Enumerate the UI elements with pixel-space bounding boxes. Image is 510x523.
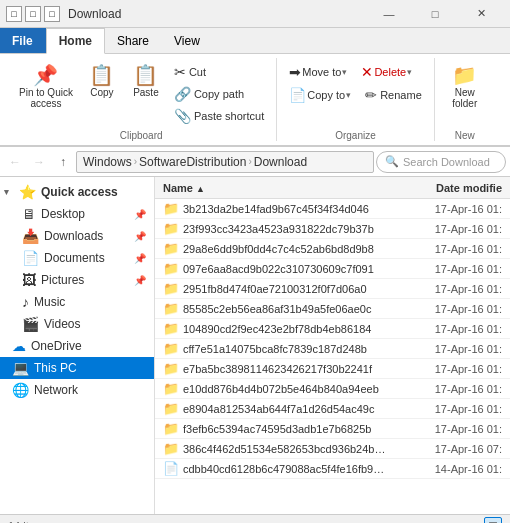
new-folder-label: Newfolder bbox=[452, 87, 477, 109]
file-folder-icon: 📁 bbox=[163, 441, 179, 456]
sidebar-item-network[interactable]: 🌐 Network bbox=[0, 379, 154, 401]
cut-button[interactable]: ✂ Cut bbox=[170, 62, 268, 82]
tab-view[interactable]: View bbox=[162, 28, 213, 53]
cut-label: Cut bbox=[189, 66, 206, 78]
delete-button[interactable]: ✕ Delete ▾ bbox=[357, 62, 416, 82]
file-name: 3b213da2be14fad9b67c45f34f34d046 bbox=[183, 203, 388, 215]
clipboard-group: 📌 Pin to Quickaccess 📋 Copy 📋 Paste ✂ Cu… bbox=[6, 58, 277, 141]
column-name[interactable]: Name ▲ bbox=[163, 182, 392, 194]
copy-label: Copy bbox=[90, 87, 113, 98]
file-folder-icon: 📁 bbox=[163, 341, 179, 356]
pictures-icon: 🖼 bbox=[22, 272, 36, 288]
copy-icon: 📋 bbox=[89, 65, 114, 85]
videos-label: Videos bbox=[44, 317, 80, 331]
organize-buttons: ➡ Move to ▾ ✕ Delete ▾ 📄 Copy to ▾ ✏ bbox=[285, 58, 426, 126]
file-row[interactable]: 📁23f993cc3423a4523a931822dc79b37b17-Apr-… bbox=[155, 219, 510, 239]
paste-label: Paste bbox=[133, 87, 159, 98]
sidebar-section-quick-access[interactable]: ▾ ⭐ Quick access bbox=[0, 181, 154, 203]
title-bar: □ □ □ Download — □ ✕ bbox=[0, 0, 510, 28]
status-bar: 14 items ≡ ⊞ bbox=[0, 514, 510, 523]
path-part-1[interactable]: Windows bbox=[83, 155, 132, 169]
downloads-icon: 📥 bbox=[22, 228, 39, 244]
file-folder-icon: 📁 bbox=[163, 401, 179, 416]
new-folder-button[interactable]: 📁 Newfolder bbox=[445, 62, 485, 112]
file-name: 85585c2eb56ea86af31b49a5fe06ae0c bbox=[183, 303, 388, 315]
window-icon-2[interactable]: □ bbox=[25, 6, 41, 22]
file-row[interactable]: 📁3b213da2be14fad9b67c45f34f34d04617-Apr-… bbox=[155, 199, 510, 219]
sidebar-item-onedrive[interactable]: ☁ OneDrive bbox=[0, 335, 154, 357]
column-date[interactable]: Date modifie bbox=[392, 182, 502, 194]
pin-to-quick-access-button[interactable]: 📌 Pin to Quickaccess bbox=[14, 62, 78, 112]
sidebar-item-desktop[interactable]: 🖥 Desktop 📌 bbox=[0, 203, 154, 225]
file-row[interactable]: 📁cff7e51a14075bca8fc7839c187d248b17-Apr-… bbox=[155, 339, 510, 359]
minimize-button[interactable]: — bbox=[366, 0, 412, 28]
file-date: 17-Apr-16 01: bbox=[392, 383, 502, 395]
file-row[interactable]: 📁85585c2eb56ea86af31b49a5fe06ae0c17-Apr-… bbox=[155, 299, 510, 319]
grid-view-button[interactable]: ⊞ bbox=[484, 517, 502, 524]
onedrive-label: OneDrive bbox=[31, 339, 82, 353]
file-folder-icon: 📁 bbox=[163, 241, 179, 256]
file-row[interactable]: 📁f3efb6c5394ac74595d3adb1e7b6825b17-Apr-… bbox=[155, 419, 510, 439]
clipboard-buttons: 📌 Pin to Quickaccess 📋 Copy 📋 Paste ✂ Cu… bbox=[14, 58, 268, 126]
tab-home[interactable]: Home bbox=[46, 28, 105, 54]
path-part-2[interactable]: SoftwareDistribution bbox=[139, 155, 246, 169]
file-row[interactable]: 📁e10dd876b4d4b072b5e464b840a94eeb17-Apr-… bbox=[155, 379, 510, 399]
copy-to-label: Copy to bbox=[307, 89, 345, 101]
path-part-3[interactable]: Download bbox=[254, 155, 307, 169]
file-row[interactable]: 📁29a8e6dd9bf0dd4c7c4c52ab6bd8d9b817-Apr-… bbox=[155, 239, 510, 259]
copy-button[interactable]: 📋 Copy bbox=[82, 62, 122, 101]
file-row[interactable]: 📁104890cd2f9ec423e2bf78db4eb8618417-Apr-… bbox=[155, 319, 510, 339]
address-path[interactable]: Windows › SoftwareDistribution › Downloa… bbox=[76, 151, 374, 173]
window-title: Download bbox=[68, 7, 121, 21]
up-button[interactable]: ↑ bbox=[52, 151, 74, 173]
new-group: 📁 Newfolder New bbox=[435, 58, 495, 141]
copy-path-icon: 🔗 bbox=[174, 86, 191, 102]
sidebar-item-music[interactable]: ♪ Music bbox=[0, 291, 154, 313]
sidebar-item-downloads[interactable]: 📥 Downloads 📌 bbox=[0, 225, 154, 247]
onedrive-icon: ☁ bbox=[12, 338, 26, 354]
file-row[interactable]: 📁2951fb8d474f0ae72100312f0f7d06a017-Apr-… bbox=[155, 279, 510, 299]
ribbon-tabs: File Home Share View bbox=[0, 28, 510, 54]
file-row[interactable]: 📁097e6aa8acd9b022c310730609c7f09117-Apr-… bbox=[155, 259, 510, 279]
move-to-icon: ➡ bbox=[289, 64, 301, 80]
copy-path-button[interactable]: 🔗 Copy path bbox=[170, 84, 268, 104]
file-name: 104890cd2f9ec423e2bf78db4eb86184 bbox=[183, 323, 388, 335]
forward-button[interactable]: → bbox=[28, 151, 50, 173]
path-sep-1: › bbox=[134, 156, 137, 167]
window-controls: — □ ✕ bbox=[366, 0, 504, 28]
copy-to-button[interactable]: 📄 Copy to ▾ bbox=[285, 85, 355, 105]
file-date: 17-Apr-16 01: bbox=[392, 343, 502, 355]
window-icon-3[interactable]: □ bbox=[44, 6, 60, 22]
tab-share[interactable]: Share bbox=[105, 28, 162, 53]
window-icon-1[interactable]: □ bbox=[6, 6, 22, 22]
paste-shortcut-button[interactable]: 📎 Paste shortcut bbox=[170, 106, 268, 126]
sidebar-item-documents[interactable]: 📄 Documents 📌 bbox=[0, 247, 154, 269]
back-button[interactable]: ← bbox=[4, 151, 26, 173]
file-date: 17-Apr-16 01: bbox=[392, 303, 502, 315]
file-folder-icon: 📁 bbox=[163, 201, 179, 216]
path-sep-2: › bbox=[248, 156, 251, 167]
rename-button[interactable]: ✏ Rename bbox=[361, 85, 426, 105]
copy-to-arrow: ▾ bbox=[346, 90, 351, 100]
file-name: 386c4f462d51534e582653bcd936b24b043... bbox=[183, 443, 388, 455]
file-row[interactable]: 📁e7ba5bc3898114623426217f30b2241f17-Apr-… bbox=[155, 359, 510, 379]
paste-button[interactable]: 📋 Paste bbox=[126, 62, 166, 101]
delete-arrow: ▾ bbox=[407, 67, 412, 77]
file-folder-icon: 📄 bbox=[163, 461, 179, 476]
rename-icon: ✏ bbox=[365, 87, 377, 103]
maximize-button[interactable]: □ bbox=[412, 0, 458, 28]
file-row[interactable]: 📁e8904a812534ab644f7a1d26d54ac49c17-Apr-… bbox=[155, 399, 510, 419]
tab-file[interactable]: File bbox=[0, 28, 46, 53]
sidebar-item-videos[interactable]: 🎬 Videos bbox=[0, 313, 154, 335]
close-button[interactable]: ✕ bbox=[458, 0, 504, 28]
window-icons: □ □ □ bbox=[6, 6, 60, 22]
list-view-button[interactable]: ≡ bbox=[464, 517, 482, 524]
file-row[interactable]: 📁386c4f462d51534e582653bcd936b24b043...1… bbox=[155, 439, 510, 459]
search-box[interactable]: 🔍 Search Download bbox=[376, 151, 506, 173]
file-name: e8904a812534ab644f7a1d26d54ac49c bbox=[183, 403, 388, 415]
move-to-button[interactable]: ➡ Move to ▾ bbox=[285, 62, 351, 82]
sidebar-item-pictures[interactable]: 🖼 Pictures 📌 bbox=[0, 269, 154, 291]
desktop-icon: 🖥 bbox=[22, 206, 36, 222]
sidebar-item-this-pc[interactable]: 💻 This PC bbox=[0, 357, 154, 379]
file-row[interactable]: 📄cdbb40cd6128b6c479088ac5f4fe16fb917a...… bbox=[155, 459, 510, 479]
